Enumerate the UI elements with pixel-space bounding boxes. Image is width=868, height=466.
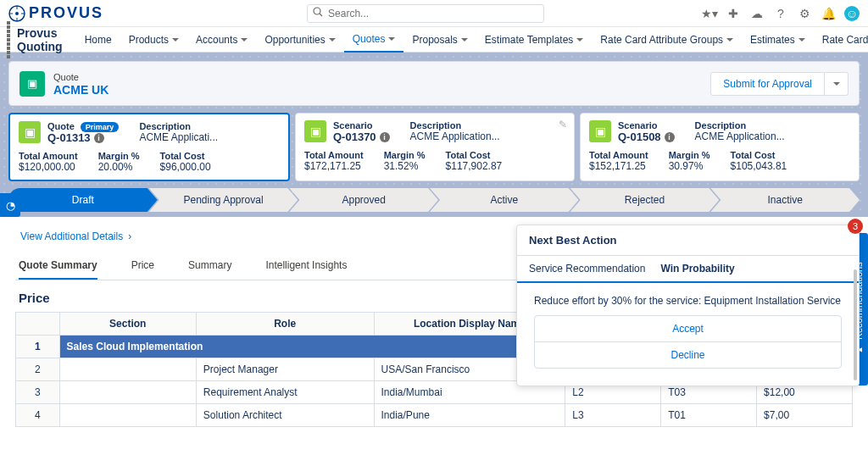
chevron-down-icon <box>388 33 395 45</box>
quote-mini-icon: ▣ <box>19 121 41 143</box>
total-amount-value: $172,171.25 <box>304 160 364 172</box>
cell-location[interactable]: India/Pune <box>374 404 565 427</box>
panel-tab-win-prob[interactable]: Win Probability <box>660 256 734 281</box>
rownum: 1 <box>16 336 60 358</box>
card-desc-label: Description <box>139 121 218 131</box>
next-best-action-panel: Next Best Action Service Recommendation … <box>516 225 860 386</box>
cell-section[interactable] <box>59 404 196 427</box>
col-role[interactable]: Role <box>196 313 374 336</box>
cell-role[interactable]: Project Manager <box>196 358 374 381</box>
col-blank <box>16 313 60 336</box>
search-input[interactable] <box>328 8 538 19</box>
card-desc-label: Description <box>410 120 500 130</box>
global-search[interactable] <box>307 4 544 23</box>
cell-section[interactable] <box>59 381 196 404</box>
nav-opportunities[interactable]: Opportunities <box>256 27 343 53</box>
notifications-bell-icon[interactable]: 🔔 <box>821 6 836 21</box>
scenario-card-primary[interactable]: ▣ Quote Primary Q-01313i Description ACM… <box>8 113 290 181</box>
nav-estimates[interactable]: Estimates <box>742 27 814 53</box>
pencil-icon[interactable]: ✎ <box>559 119 567 130</box>
total-cost-label: Total Cost <box>446 150 503 160</box>
card-qnum: Q-01313i <box>47 131 119 144</box>
cell-band[interactable]: T01 <box>661 404 757 427</box>
card-type-label: Scenario <box>333 120 390 130</box>
card-desc-value: ACME Application... <box>410 130 500 142</box>
record-name[interactable]: ACME UK <box>53 83 108 97</box>
chevron-down-icon <box>241 34 248 46</box>
chevron-down-icon <box>461 34 468 46</box>
stage-pending[interactable]: Pending Approval <box>149 188 298 212</box>
stage-approved[interactable]: Approved <box>289 188 438 212</box>
stage-rejected[interactable]: Rejected <box>570 188 720 212</box>
margin-value: 31.52% <box>384 160 426 172</box>
submit-approval-button[interactable]: Submit for Approval <box>710 72 825 96</box>
trailhead-icon[interactable]: ☁ <box>749 6 765 21</box>
left-flyout-toggle[interactable]: ◔ <box>0 193 20 217</box>
grid-data-row[interactable]: 4 Solution Architect India/Pune L3 T01 $… <box>16 404 853 427</box>
view-additional-details-link[interactable]: View Additional Details › <box>15 224 136 249</box>
tab-quote-summary[interactable]: Quote Summary <box>19 252 97 280</box>
app-name: Provus Quoting <box>17 26 63 53</box>
col-section[interactable]: Section <box>59 313 196 336</box>
nav-rate-cards[interactable]: Rate Cards <box>814 27 868 53</box>
tab-intelligent-insights[interactable]: Intelligent Insights <box>265 252 347 280</box>
cell-role[interactable]: Solution Architect <box>196 404 374 427</box>
info-icon[interactable]: i <box>665 132 675 142</box>
stage-draft[interactable]: Draft <box>8 188 158 212</box>
global-header: PROVUS ★▾ ✚ ☁ ? ⚙ 🔔 ☺ <box>0 0 868 27</box>
chevron-down-icon <box>798 34 805 46</box>
info-icon[interactable]: i <box>94 133 104 143</box>
recommendation-message: Reduce effort by 30% for the service: Eq… <box>534 295 842 307</box>
total-amount-label: Total Amount <box>589 150 648 160</box>
cell-skills[interactable]: L3 <box>565 404 661 427</box>
quote-object-icon: ▣ <box>19 71 45 97</box>
nav-rate-card-attr-groups[interactable]: Rate Card Attribute Groups <box>592 27 742 53</box>
scenario-card[interactable]: ✎ ▣ Scenario Q-01370i Description ACME A… <box>295 113 575 181</box>
avatar[interactable]: ☺ <box>844 6 860 21</box>
tab-price[interactable]: Price <box>131 252 154 280</box>
accept-button[interactable]: Accept <box>535 316 841 341</box>
cell-base[interactable]: $7,00 <box>757 404 853 427</box>
total-amount-value: $152,171.25 <box>589 160 648 172</box>
chevron-down-icon <box>833 77 840 90</box>
info-icon[interactable]: i <box>380 132 390 142</box>
setup-gear-icon[interactable]: ⚙ <box>797 6 812 21</box>
cell-role[interactable]: Requirement Analyst <box>196 381 374 404</box>
panel-scrollbar[interactable] <box>854 269 857 380</box>
help-icon[interactable]: ? <box>773 6 788 21</box>
margin-label: Margin % <box>384 150 426 160</box>
nav-quotes[interactable]: Quotes <box>344 27 404 53</box>
add-icon[interactable]: ✚ <box>726 6 741 21</box>
object-label: Quote <box>53 72 79 82</box>
card-type-label: Scenario <box>618 120 675 130</box>
nav-proposals[interactable]: Proposals <box>403 27 476 53</box>
stage-inactive[interactable]: Inactive <box>710 188 860 212</box>
panel-title: Next Best Action <box>517 225 859 256</box>
nav-products[interactable]: Products <box>120 27 187 53</box>
svg-line-7 <box>320 14 322 16</box>
stage-active[interactable]: Active <box>430 188 579 212</box>
nav-accounts[interactable]: Accounts <box>187 27 256 53</box>
scenario-mini-icon: ▣ <box>304 120 326 142</box>
tab-summary[interactable]: Summary <box>188 252 231 280</box>
nav-estimate-templates[interactable]: Estimate Templates <box>476 27 593 53</box>
scenario-card[interactable]: ▣ Scenario Q-01508i Description ACME App… <box>580 113 860 181</box>
app-nav: Provus Quoting Home Products Accounts Op… <box>0 27 868 53</box>
app-launcher-icon[interactable] <box>7 21 10 58</box>
recommendations-badge: 3 <box>848 219 863 234</box>
panel-tab-service-rec[interactable]: Service Recommendation <box>529 256 645 281</box>
favorite-icon[interactable]: ★▾ <box>702 6 717 21</box>
submit-approval-dropdown[interactable] <box>825 72 849 96</box>
svg-point-1 <box>15 12 19 15</box>
record-highlights: ▣ Quote ACME UK Submit for Approval ▣ Qu… <box>0 53 868 217</box>
nav-home[interactable]: Home <box>76 27 120 53</box>
record-header: ▣ Quote ACME UK Submit for Approval <box>8 61 860 106</box>
margin-label: Margin % <box>669 150 710 160</box>
cell-section[interactable] <box>59 358 196 381</box>
rownum: 3 <box>16 381 60 404</box>
total-amount-label: Total Amount <box>19 151 78 161</box>
card-desc-label: Description <box>695 120 785 130</box>
search-icon <box>313 7 323 19</box>
brand-logo: PROVUS <box>8 4 103 22</box>
decline-button[interactable]: Decline <box>535 341 841 368</box>
